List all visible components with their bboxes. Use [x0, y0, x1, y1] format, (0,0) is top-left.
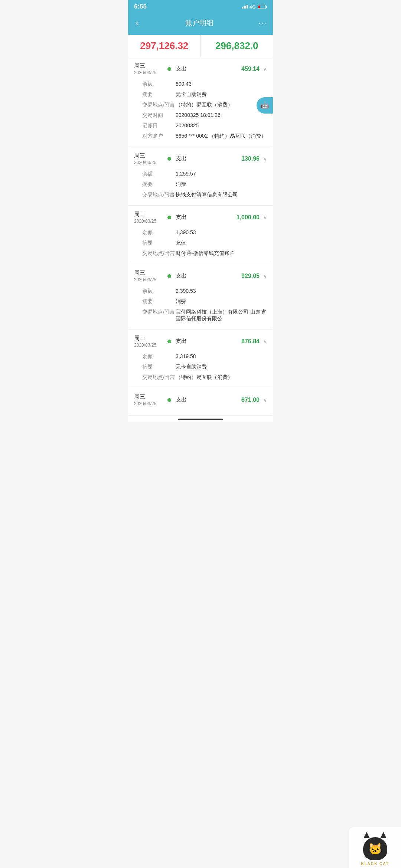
transaction-dot — [167, 340, 171, 343]
transaction-header: 周三 2020/03/25 支出 1,000.00 ∨ — [134, 211, 267, 224]
detail-value: 1,390.53 — [176, 229, 267, 236]
transaction-item: 周三 2020/03/25 支出 459.14 ∧ 余额 800.43 摘要 无… — [128, 57, 273, 147]
transaction-header: 周三 2020/03/25 支出 130.96 ∨ — [134, 152, 267, 165]
detail-row: 余额 800.43 — [142, 79, 267, 89]
chevron-icon[interactable]: ∨ — [263, 156, 267, 162]
detail-label: 摘要 — [142, 364, 176, 370]
detail-label: 余额 — [142, 353, 176, 360]
detail-value: （特约）易互联（消费） — [176, 374, 267, 381]
transaction-details: 余额 2,390.53 摘要 消费 交易地点/附言 宝付网络科技（上海）有限公司… — [142, 286, 267, 324]
date-value: 2020/03/25 — [134, 401, 167, 406]
date-value: 2020/03/25 — [134, 70, 167, 75]
transaction-type: 支出 — [176, 65, 241, 72]
detail-value: 2,390.53 — [176, 288, 267, 295]
transaction-amount: 929.05 — [241, 273, 260, 279]
transaction-item: 周三 2020/03/25 支出 1,000.00 ∨ 余额 1,390.53 … — [128, 206, 273, 264]
status-time: 6:55 — [134, 3, 147, 10]
credit-amount: 296,832.0 — [215, 40, 258, 51]
transaction-details: 余额 1,259.57 摘要 消费 交易地点/附言 快钱支付清算信息有限公司 — [142, 169, 267, 200]
balance-credit: 296,832.0 — [201, 35, 273, 57]
transaction-type: 支出 — [176, 214, 237, 221]
detail-value: 20200325 18:01:26 — [176, 112, 267, 119]
balance-row: 297,126.32 296,832.0 🤖 — [128, 35, 273, 57]
detail-label: 摘要 — [142, 298, 176, 305]
detail-row: 交易地点/附言 宝付网络科技（上海）有限公司-山东省国际信托股份有限公 — [142, 307, 267, 324]
balance-debit: 297,126.32 — [128, 35, 201, 57]
detail-value: 消费 — [176, 298, 267, 305]
transaction-date: 周三 2020/03/25 — [134, 211, 167, 224]
detail-value: 无卡自助消费 — [176, 91, 267, 98]
chevron-icon[interactable]: ∨ — [263, 273, 267, 279]
transaction-type: 支出 — [176, 396, 241, 403]
date-value: 2020/03/25 — [134, 160, 167, 165]
transaction-header: 周三 2020/03/25 支出 459.14 ∧ — [134, 62, 267, 75]
detail-row: 余额 2,390.53 — [142, 286, 267, 297]
detail-label: 余额 — [142, 171, 176, 177]
detail-row: 摘要 充值 — [142, 238, 267, 248]
detail-label: 余额 — [142, 229, 176, 236]
transaction-item: 周三 2020/03/25 支出 871.00 ∨ — [128, 388, 273, 416]
detail-label: 对方账户 — [142, 133, 176, 140]
detail-row: 余额 1,259.57 — [142, 169, 267, 179]
chevron-icon[interactable]: ∧ — [263, 66, 267, 72]
transaction-item: 周三 2020/03/25 支出 876.84 ∨ 余额 3,319.58 摘要… — [128, 330, 273, 388]
detail-row: 对方账户 8656 *** 0002 （特约）易互联（消费） — [142, 131, 267, 141]
transaction-details: 余额 1,390.53 摘要 充值 交易地点/附言 财付通-微信零钱充值账户 — [142, 227, 267, 259]
transaction-item: 周三 2020/03/25 支出 929.05 ∨ 余额 2,390.53 摘要… — [128, 264, 273, 330]
detail-value: 财付通-微信零钱充值账户 — [176, 250, 267, 257]
detail-label: 交易地点/附言 — [142, 309, 176, 322]
more-button[interactable]: ··· — [258, 19, 267, 27]
day-name: 周三 — [134, 62, 167, 69]
transaction-header: 周三 2020/03/25 支出 876.84 ∨ — [134, 335, 267, 348]
detail-label: 记账日 — [142, 122, 176, 129]
transaction-dot — [167, 216, 171, 219]
transaction-list: 周三 2020/03/25 支出 459.14 ∧ 余额 800.43 摘要 无… — [128, 57, 273, 416]
transaction-date: 周三 2020/03/25 — [134, 62, 167, 75]
detail-value: 3,319.58 — [176, 353, 267, 360]
transaction-date: 周三 2020/03/25 — [134, 335, 167, 348]
signal-icon — [242, 5, 248, 9]
detail-label: 摘要 — [142, 181, 176, 188]
transaction-date: 周三 2020/03/25 — [134, 269, 167, 282]
detail-value: 20200325 — [176, 122, 267, 129]
transaction-type: 支出 — [176, 155, 241, 162]
transaction-header: 周三 2020/03/25 支出 929.05 ∨ — [134, 269, 267, 282]
detail-row: 余额 3,319.58 — [142, 351, 267, 362]
detail-value: 宝付网络科技（上海）有限公司-山东省国际信托股份有限公 — [176, 309, 267, 322]
date-value: 2020/03/25 — [134, 277, 167, 282]
battery-icon — [258, 5, 267, 9]
transaction-date: 周三 2020/03/25 — [134, 393, 167, 406]
detail-label: 摘要 — [142, 91, 176, 98]
transaction-date: 周三 2020/03/25 — [134, 152, 167, 165]
detail-row: 摘要 无卡自助消费 — [142, 362, 267, 372]
detail-label: 交易地点/附言 — [142, 374, 176, 381]
chevron-icon[interactable]: ∨ — [263, 214, 267, 220]
detail-value: 无卡自助消费 — [176, 364, 267, 370]
date-value: 2020/03/25 — [134, 343, 167, 348]
day-name: 周三 — [134, 211, 167, 218]
detail-value: 800.43 — [176, 81, 267, 88]
day-name: 周三 — [134, 269, 167, 276]
transaction-amount: 1,000.00 — [237, 214, 260, 221]
chevron-icon[interactable]: ∨ — [263, 338, 267, 344]
chevron-icon[interactable]: ∨ — [263, 397, 267, 403]
transaction-type: 支出 — [176, 338, 241, 345]
detail-row: 摘要 消费 — [142, 179, 267, 190]
transaction-header: 周三 2020/03/25 支出 871.00 ∨ — [134, 393, 267, 406]
detail-row: 摘要 消费 — [142, 297, 267, 307]
back-button[interactable]: ‹ — [134, 16, 140, 30]
detail-value: 充值 — [176, 240, 267, 246]
transaction-amount: 871.00 — [241, 397, 260, 403]
detail-label: 交易地点/附言 — [142, 102, 176, 108]
detail-row: 交易地点/附言 财付通-微信零钱充值账户 — [142, 248, 267, 259]
detail-row: 摘要 无卡自助消费 — [142, 89, 267, 100]
detail-value: 消费 — [176, 181, 267, 188]
detail-label: 交易地点/附言 — [142, 250, 176, 257]
debit-amount: 297,126.32 — [140, 40, 188, 51]
detail-row: 交易地点/附言 （特约）易互联（消费） — [142, 100, 267, 110]
status-bar: 6:55 4G — [128, 0, 273, 13]
transaction-amount: 459.14 — [241, 66, 260, 72]
day-name: 周三 — [134, 152, 167, 159]
transaction-amount: 130.96 — [241, 155, 260, 162]
transaction-dot — [167, 67, 171, 71]
